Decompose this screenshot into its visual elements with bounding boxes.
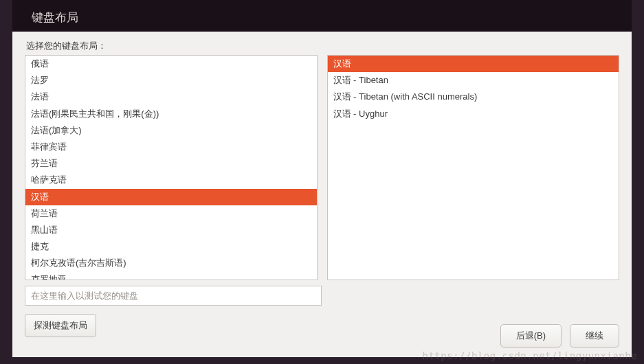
content-area: 选择您的键盘布局： 俄语法罗法语法语(刚果民主共和国，刚果(金))法语(加拿大)… (12, 32, 632, 357)
language-item[interactable]: 法语 (25, 89, 317, 105)
variant-item[interactable]: 汉语 - Tibetan (328, 72, 619, 89)
back-button[interactable]: 后退(B) (500, 324, 562, 348)
language-item[interactable]: 克罗地亚 (25, 271, 317, 280)
keyboard-test-input[interactable] (25, 286, 322, 306)
window-title: 键盘布局 (12, 0, 632, 32)
language-item[interactable]: 黑山语 (25, 222, 317, 238)
continue-button[interactable]: 继续 (570, 324, 619, 348)
title-text: 键盘布局 (32, 11, 78, 24)
variant-item[interactable]: 汉语 - Uyghur (328, 106, 619, 122)
language-item[interactable]: 法语(刚果民主共和国，刚果(金)) (25, 106, 317, 122)
detect-keyboard-button[interactable]: 探测键盘布局 (25, 314, 96, 337)
language-item[interactable]: 捷克 (25, 238, 317, 255)
language-item[interactable]: 柯尔克孜语(吉尔吉斯语) (25, 255, 317, 271)
layout-panels: 俄语法罗法语法语(刚果民主共和国，刚果(金))法语(加拿大)菲律宾语芬兰语哈萨克… (25, 55, 619, 280)
variant-item[interactable]: 汉语 (328, 56, 619, 72)
language-list[interactable]: 俄语法罗法语法语(刚果民主共和国，刚果(金))法语(加拿大)菲律宾语芬兰语哈萨克… (25, 55, 318, 280)
footer-buttons: 后退(B) 继续 (500, 324, 619, 348)
language-item[interactable]: 俄语 (25, 56, 317, 72)
language-item[interactable]: 哈萨克语 (25, 172, 317, 188)
language-item[interactable]: 法罗 (25, 72, 317, 89)
language-item[interactable]: 法语(加拿大) (25, 122, 317, 139)
variant-item[interactable]: 汉语 - Tibetan (with ASCII numerals) (328, 89, 619, 105)
language-item[interactable]: 菲律宾语 (25, 139, 317, 155)
language-item[interactable]: 汉语 (25, 189, 317, 205)
prompt-label: 选择您的键盘布局： (25, 40, 619, 52)
language-item[interactable]: 荷兰语 (25, 205, 317, 222)
language-item[interactable]: 芬兰语 (25, 155, 317, 172)
variant-list[interactable]: 汉语汉语 - Tibetan汉语 - Tibetan (with ASCII n… (327, 55, 620, 280)
